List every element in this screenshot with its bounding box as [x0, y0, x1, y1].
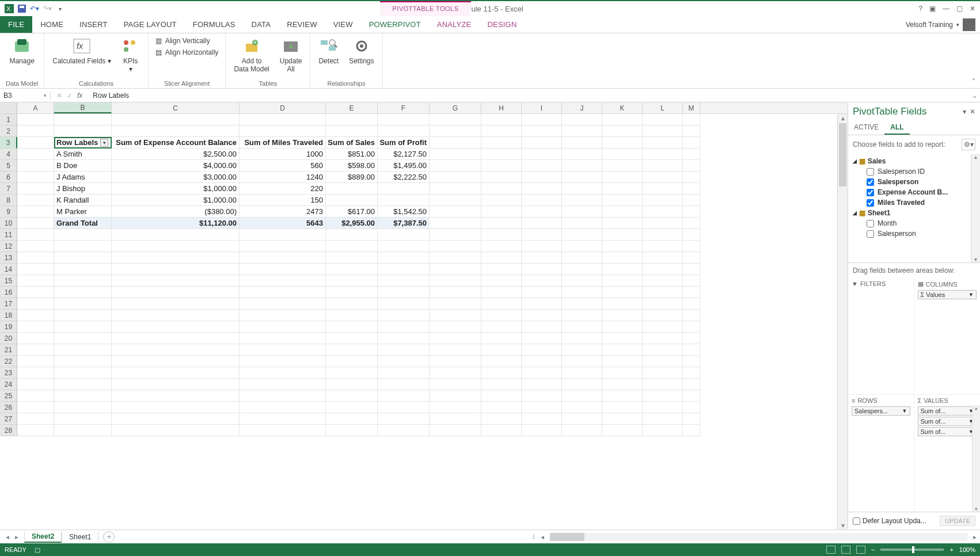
cell[interactable]	[430, 206, 481, 218]
cell[interactable]	[326, 287, 378, 298]
cell[interactable]	[683, 298, 700, 310]
maximize-icon[interactable]: ▢	[956, 5, 963, 13]
cell[interactable]	[430, 425, 481, 436]
cell[interactable]: $11,120.00	[112, 218, 240, 229]
cell[interactable]	[240, 356, 326, 367]
cell[interactable]	[430, 114, 481, 125]
cell[interactable]	[683, 218, 700, 229]
column-header[interactable]: H	[481, 102, 522, 113]
field-checkbox[interactable]	[867, 178, 874, 186]
cell[interactable]	[643, 402, 683, 413]
row-labels-filter-button[interactable]: ▾	[100, 139, 108, 147]
detect-button[interactable]: Detect	[316, 36, 341, 67]
cell[interactable]	[602, 183, 643, 195]
minimize-icon[interactable]: —	[943, 5, 949, 13]
field-item[interactable]: Salesperson	[850, 229, 978, 239]
cell[interactable]	[378, 321, 430, 333]
cell[interactable]	[430, 275, 481, 287]
cell[interactable]	[326, 425, 378, 436]
cell[interactable]	[430, 125, 481, 137]
cell[interactable]	[562, 367, 602, 379]
cell[interactable]	[326, 310, 378, 321]
cell[interactable]	[240, 114, 326, 125]
sheet-tab-sheet1[interactable]: Sheet1	[62, 532, 98, 542]
cell[interactable]	[326, 367, 378, 379]
cell[interactable]	[430, 367, 481, 379]
cell[interactable]	[683, 137, 700, 148]
cell[interactable]	[112, 114, 240, 125]
cell[interactable]	[378, 344, 430, 356]
calculated-fields-button[interactable]: fx Calculated Fields ▾	[50, 36, 113, 67]
cell[interactable]	[643, 413, 683, 425]
update-all-button[interactable]: Update All	[278, 36, 305, 75]
cell[interactable]: $2,127.50	[378, 148, 430, 160]
cell[interactable]	[683, 413, 700, 425]
cell[interactable]	[602, 287, 643, 298]
filters-area[interactable]: ▼FILTERS	[848, 278, 914, 395]
cell[interactable]	[430, 148, 481, 160]
row-header[interactable]: 14	[0, 264, 17, 275]
row-header[interactable]: 2	[0, 125, 17, 137]
cell[interactable]	[602, 356, 643, 367]
cell[interactable]	[430, 310, 481, 321]
cell[interactable]	[54, 298, 112, 310]
cell[interactable]	[522, 390, 562, 402]
cell[interactable]	[54, 356, 112, 367]
cell[interactable]	[683, 425, 700, 436]
cell[interactable]	[17, 390, 54, 402]
cell[interactable]	[481, 402, 522, 413]
collapse-ribbon-icon[interactable]: ˄	[972, 78, 975, 86]
cell[interactable]	[17, 344, 54, 356]
cell[interactable]	[643, 195, 683, 206]
cell[interactable]	[643, 229, 683, 241]
cell[interactable]	[240, 321, 326, 333]
cell[interactable]	[112, 287, 240, 298]
cell[interactable]	[430, 402, 481, 413]
cell[interactable]	[240, 379, 326, 390]
cell[interactable]: Grand Total	[54, 218, 112, 229]
cell[interactable]	[602, 241, 643, 252]
cell[interactable]	[430, 298, 481, 310]
cell[interactable]	[481, 344, 522, 356]
cell[interactable]	[643, 275, 683, 287]
cell[interactable]	[378, 183, 430, 195]
cell[interactable]	[378, 287, 430, 298]
cell[interactable]	[602, 367, 643, 379]
cell[interactable]	[522, 425, 562, 436]
cell[interactable]	[522, 252, 562, 264]
close-pane-icon[interactable]: ✕	[970, 108, 975, 116]
cell[interactable]	[481, 252, 522, 264]
cell[interactable]	[562, 333, 602, 344]
cell[interactable]	[643, 206, 683, 218]
cell[interactable]	[430, 241, 481, 252]
tab-file[interactable]: FILE	[0, 16, 32, 33]
cell[interactable]	[112, 310, 240, 321]
cell[interactable]	[112, 367, 240, 379]
cell[interactable]	[17, 137, 54, 148]
cell[interactable]	[326, 183, 378, 195]
cell[interactable]	[683, 206, 700, 218]
vertical-scrollbar[interactable]: ▴ ▾	[837, 114, 848, 530]
cell[interactable]	[430, 356, 481, 367]
cell[interactable]	[562, 321, 602, 333]
cell[interactable]	[378, 310, 430, 321]
cell[interactable]	[481, 321, 522, 333]
cell[interactable]	[562, 183, 602, 195]
cell[interactable]	[643, 310, 683, 321]
cell[interactable]	[112, 252, 240, 264]
cell[interactable]	[643, 160, 683, 172]
cell[interactable]	[17, 241, 54, 252]
cell[interactable]	[602, 298, 643, 310]
cell[interactable]	[326, 402, 378, 413]
cell[interactable]	[643, 344, 683, 356]
cell[interactable]	[683, 252, 700, 264]
align-horizontally-button[interactable]: ▤Align Horizontally	[154, 47, 220, 58]
cell[interactable]	[562, 148, 602, 160]
cell[interactable]	[522, 275, 562, 287]
field-item[interactable]: Month	[850, 218, 978, 229]
cell[interactable]	[378, 275, 430, 287]
cell[interactable]	[643, 356, 683, 367]
row-header[interactable]: 28	[0, 425, 17, 436]
cell[interactable]	[430, 333, 481, 344]
page-break-view-button[interactable]	[856, 546, 865, 554]
